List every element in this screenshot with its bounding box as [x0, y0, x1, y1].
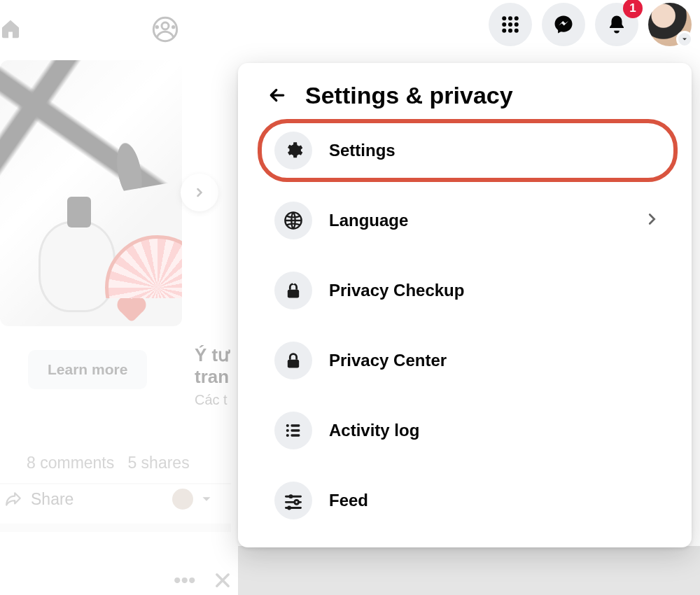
menu-item-label: Activity log: [329, 421, 419, 440]
account-chevron: [676, 31, 693, 48]
sliders-icon: [274, 482, 312, 519]
post-stats: 8 comments 5 shares: [27, 454, 190, 472]
svg-point-2: [155, 25, 159, 29]
share-button: Share: [0, 490, 74, 509]
top-right-nav: 1: [489, 3, 692, 46]
svg-point-1: [162, 22, 169, 29]
back-button[interactable]: [263, 81, 291, 109]
chevron-down-icon: [680, 35, 689, 43]
shares-count: 5 shares: [127, 454, 189, 472]
menu-item-label: Settings: [329, 141, 396, 160]
lock-heart-icon: [274, 272, 312, 309]
account-avatar[interactable]: [648, 3, 692, 46]
svg-point-4: [502, 16, 506, 20]
settings-privacy-panel: Settings & privacy Settings Language: [238, 63, 692, 547]
comments-count: 8 comments: [27, 454, 114, 472]
story-next-button: [181, 174, 218, 211]
svg-rect-14: [288, 290, 299, 298]
svg-point-9: [514, 22, 519, 27]
menu-item-label: Privacy Checkup: [329, 281, 464, 300]
background-strip: [238, 546, 700, 595]
learn-more-button: Learn more: [28, 350, 147, 389]
chevron-right-icon: [644, 211, 659, 230]
gear-icon: [274, 132, 312, 169]
more-options-icon: •••: [174, 568, 196, 592]
bell-icon: [606, 14, 627, 35]
menu-item-label: Privacy Center: [329, 351, 447, 370]
menu-list: Settings Language Privacy Checkup: [253, 123, 682, 528]
svg-point-16: [286, 424, 289, 427]
svg-point-23: [289, 494, 293, 498]
svg-point-20: [286, 434, 289, 437]
svg-point-25: [295, 500, 299, 504]
grid-icon: [500, 14, 521, 35]
story-card-2-title: Ý tưtran: [195, 344, 229, 388]
svg-point-10: [502, 29, 506, 33]
svg-point-27: [287, 506, 291, 510]
groups-icon: [151, 15, 179, 43]
messenger-button[interactable]: [542, 3, 585, 46]
story-card: [0, 60, 182, 326]
menu-grid-button[interactable]: [489, 3, 532, 46]
globe-icon: [274, 202, 312, 239]
caret-down-icon: [199, 491, 214, 507]
menu-item-language[interactable]: Language: [262, 193, 673, 248]
svg-point-8: [508, 22, 512, 27]
svg-rect-17: [291, 424, 300, 427]
svg-point-0: [153, 18, 176, 41]
svg-point-3: [172, 25, 175, 29]
svg-point-12: [514, 29, 519, 33]
svg-point-11: [508, 29, 512, 33]
menu-item-settings[interactable]: Settings: [262, 123, 673, 178]
menu-item-feed[interactable]: Feed: [262, 473, 673, 528]
commenter-avatar: [172, 489, 193, 510]
menu-item-privacy-center[interactable]: Privacy Center: [262, 333, 673, 388]
panel-title: Settings & privacy: [305, 82, 513, 109]
close-icon: [213, 570, 232, 590]
svg-point-18: [286, 429, 289, 432]
menu-item-activity-log[interactable]: Activity log: [262, 403, 673, 458]
home-icon: [0, 18, 21, 39]
notifications-button[interactable]: 1: [595, 3, 638, 46]
menu-item-label: Language: [329, 211, 408, 230]
svg-rect-19: [291, 429, 300, 432]
story-card-2-subtitle: Các t: [195, 392, 227, 408]
menu-item-privacy-checkup[interactable]: Privacy Checkup: [262, 263, 673, 318]
arrow-left-icon: [267, 85, 288, 106]
notification-badge: 1: [623, 0, 643, 18]
svg-point-5: [508, 16, 512, 20]
lock-icon: [274, 342, 312, 379]
svg-point-7: [502, 22, 506, 27]
svg-rect-21: [291, 434, 300, 437]
messenger-icon: [553, 14, 574, 35]
list-icon: [274, 412, 312, 449]
svg-point-6: [514, 16, 519, 20]
svg-rect-15: [288, 360, 299, 368]
menu-item-label: Feed: [329, 491, 368, 510]
